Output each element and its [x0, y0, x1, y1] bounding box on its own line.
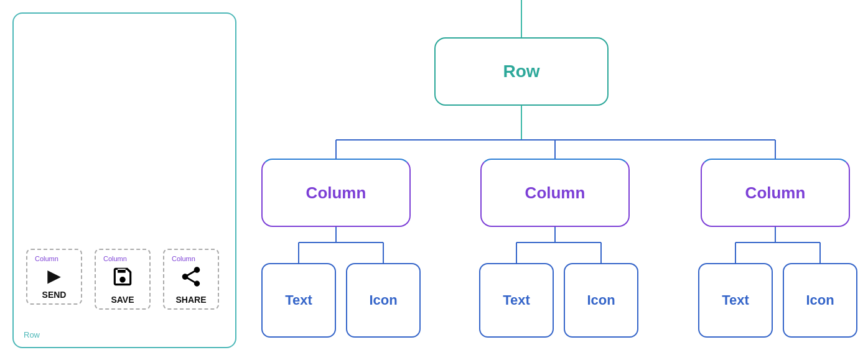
column-node-1[interactable]: Column	[261, 159, 411, 227]
leaf-node-4[interactable]: Icon	[564, 263, 638, 338]
share-icon	[179, 265, 203, 292]
leaf-4-label: Icon	[587, 292, 615, 308]
column-node-3[interactable]: Column	[701, 159, 850, 227]
share-item[interactable]: Column SHARE	[163, 249, 219, 310]
leaf-2-label: Icon	[369, 292, 397, 308]
left-panel: Column ► SEND Column SAVE Column SHARE	[12, 12, 236, 348]
root-node[interactable]: Row	[434, 37, 609, 106]
send-column-label: Column	[35, 255, 58, 262]
share-column-label: Column	[172, 255, 195, 262]
column-node-2[interactable]: Column	[480, 159, 630, 227]
column-2-label: Column	[525, 183, 586, 203]
leaf-3-label: Text	[503, 292, 530, 308]
left-panel-row-label: Row	[24, 330, 40, 339]
send-label: SEND	[42, 290, 67, 300]
save-label: SAVE	[111, 295, 134, 305]
leaf-6-label: Icon	[806, 292, 834, 308]
leaf-1-label: Text	[285, 292, 312, 308]
diagram: Row Column Column Column Text Icon Text …	[249, 0, 865, 360]
send-item[interactable]: Column ► SEND	[26, 249, 82, 305]
save-column-label: Column	[103, 255, 127, 262]
leaf-node-1[interactable]: Text	[261, 263, 336, 338]
share-label: SHARE	[175, 295, 206, 305]
leaf-5-label: Text	[722, 292, 749, 308]
leaf-node-5[interactable]: Text	[698, 263, 773, 338]
send-icon: ►	[43, 265, 65, 287]
save-icon	[111, 265, 134, 292]
column-3-label: Column	[745, 183, 806, 203]
panel-items-row: Column ► SEND Column SAVE Column SHARE	[26, 249, 219, 310]
root-node-label: Row	[503, 62, 539, 81]
column-1-label: Column	[306, 183, 366, 203]
leaf-node-6[interactable]: Icon	[783, 263, 857, 338]
leaf-node-2[interactable]: Icon	[346, 263, 421, 338]
leaf-node-3[interactable]: Text	[479, 263, 554, 338]
save-item[interactable]: Column SAVE	[95, 249, 151, 310]
